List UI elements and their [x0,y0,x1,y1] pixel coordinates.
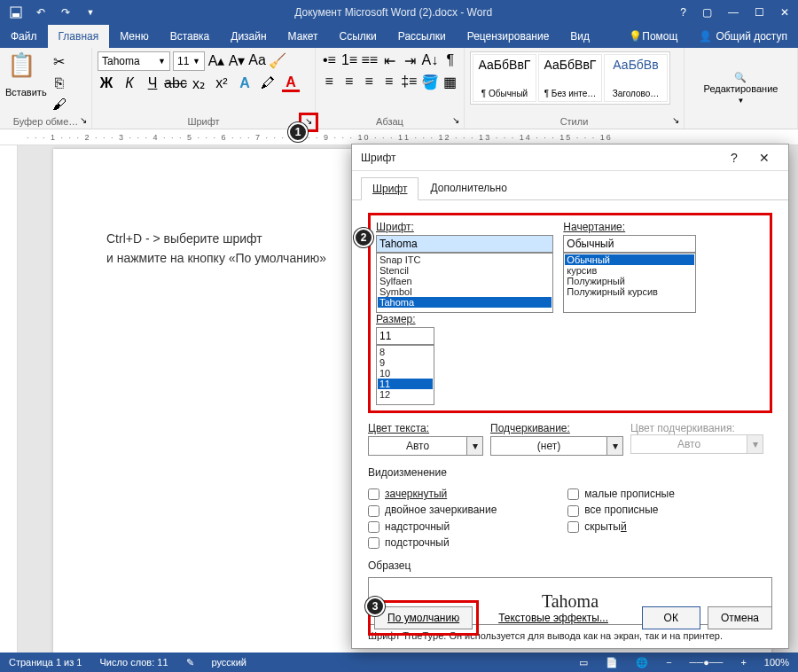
status-words[interactable]: Число слов: 11 [99,657,168,668]
copy-icon[interactable]: ⎘ [51,74,68,92]
size-listbox[interactable]: 8 9 10 11 12 [376,345,434,405]
tab-help[interactable]: 💡 Помощ [618,25,688,48]
tab-design[interactable]: Дизайн [220,25,277,48]
show-marks-icon[interactable]: ¶ [442,51,458,69]
font-size-input[interactable] [376,327,434,345]
underline-icon[interactable]: Ч [144,74,161,92]
view-web-icon[interactable]: 🌐 [636,657,648,668]
chk-subscript[interactable]: подстрочный [368,536,497,549]
font-style-input[interactable] [563,235,696,253]
editing-button[interactable]: 🔍Редактирование▼ [704,72,778,105]
font-size-combo[interactable]: 11▼ [173,51,205,71]
increase-font-icon[interactable]: A▴ [207,51,225,69]
dialog-tab-advanced[interactable]: Дополнительно [419,176,518,199]
font-listbox[interactable]: Snap ITC Stencil Sylfaen Symbol Tahoma [376,253,553,313]
decrease-font-icon[interactable]: A▾ [228,51,246,69]
zoom-out-icon[interactable]: − [666,657,671,668]
chk-all-caps[interactable]: все прописные [567,504,675,516]
tab-menu[interactable]: Меню [109,25,159,48]
line-spacing-icon[interactable]: ‡≡ [401,73,418,90]
italic-icon[interactable]: К [121,74,138,92]
align-right-icon[interactable]: ≡ [361,73,378,90]
zoom-in-icon[interactable]: + [740,657,746,668]
chk-superscript[interactable]: надстрочный [368,520,497,533]
callout-2: 2 [354,228,373,247]
tab-references[interactable]: Ссылки [329,25,387,48]
style-no-spacing[interactable]: АаБбВвГ¶ Без инте… [538,54,602,102]
zoom-slider[interactable]: ──●── [690,657,724,668]
status-page[interactable]: Страница 1 из 1 [9,657,82,668]
highlight-icon[interactable]: 🖍 [259,74,277,92]
multilevel-icon[interactable]: ≡≡ [361,51,378,69]
cancel-button[interactable]: Отмена [708,606,772,629]
chk-hidden[interactable]: скрытый [567,520,675,533]
text-effects-button[interactable]: Текстовые эффекты... [486,606,621,629]
dialog-help-icon[interactable]: ? [719,151,749,165]
tab-file[interactable]: Файл [0,25,48,48]
tab-layout[interactable]: Макет [278,25,329,48]
label-effects: Видоизменение [368,466,772,479]
borders-icon[interactable]: ▦ [442,73,459,90]
ok-button[interactable]: ОК [642,606,700,629]
font-name-input[interactable] [376,235,553,253]
paste-icon[interactable]: 📋 [5,51,37,87]
status-proof-icon[interactable]: ✎ [186,657,194,668]
bold-icon[interactable]: Ж [98,74,115,92]
redo-icon[interactable]: ↷ [59,5,73,20]
view-print-icon[interactable]: 📄 [606,657,618,668]
align-center-icon[interactable]: ≡ [341,73,358,90]
text-effects-icon[interactable]: A [236,74,254,92]
strike-icon[interactable]: abc [167,74,184,92]
underline-combo[interactable]: (нет)▾ [490,436,623,456]
qat-more-icon[interactable]: ▼ [83,5,98,20]
decrease-indent-icon[interactable]: ⇤ [381,51,398,69]
maximize-icon[interactable]: ☐ [755,6,764,19]
sort-icon[interactable]: A↓ [422,51,439,69]
font-color-combo[interactable]: Авто▾ [368,436,483,456]
chk-strikethrough[interactable]: зачеркнутый [368,488,497,500]
increase-indent-icon[interactable]: ⇥ [402,51,419,69]
format-painter-icon[interactable]: 🖌 [51,96,68,113]
minimize-icon[interactable]: — [728,6,739,19]
chk-double-strike[interactable]: двойное зачеркивание [368,504,497,516]
help-icon[interactable]: ? [680,6,686,19]
status-bar: Страница 1 из 1 Число слов: 11 ✎ русский… [0,652,798,672]
close-icon[interactable]: ✕ [780,6,789,19]
status-language[interactable]: русский [212,657,246,668]
share-button[interactable]: 👤 Общий доступ [688,25,798,48]
style-listbox[interactable]: Обычный курсив Полужирный Полужирный кур… [563,253,696,313]
tab-review[interactable]: Рецензирование [457,25,560,48]
save-icon[interactable] [9,5,23,20]
zoom-level[interactable]: 100% [764,657,789,668]
styles-launcher[interactable]: ↘ [669,114,682,127]
style-normal[interactable]: АаБбВвГ¶ Обычный [473,54,536,102]
clipboard-launcher[interactable]: ↘ [77,114,90,127]
set-default-button[interactable]: По умолчанию [374,606,473,629]
change-case-icon[interactable]: Aa [248,51,266,69]
view-read-icon[interactable]: ▭ [579,657,588,668]
font-color-icon[interactable]: A [282,74,300,92]
align-left-icon[interactable]: ≡ [321,73,338,90]
dialog-close-icon[interactable]: ✕ [749,151,779,165]
styles-gallery[interactable]: АаБбВвГ¶ Обычный АаБбВвГ¶ Без инте… АаБб… [470,51,670,105]
superscript-icon[interactable]: x² [213,74,231,92]
dialog-tab-font[interactable]: Шрифт [361,177,419,200]
vertical-ruler[interactable] [0,145,18,652]
chk-small-caps[interactable]: малые прописные [567,488,675,500]
cut-icon[interactable]: ✂ [51,53,68,71]
font-name-combo[interactable]: Tahoma▼ [98,51,170,71]
style-heading1[interactable]: АаБбВвЗаголово… [604,54,668,102]
paragraph-launcher[interactable]: ↘ [450,114,462,127]
tab-mailings[interactable]: Рассылки [387,25,457,48]
numbering-icon[interactable]: 1≡ [341,51,358,69]
subscript-icon[interactable]: x₂ [190,74,207,92]
tab-view[interactable]: Вид [559,25,600,48]
bullets-icon[interactable]: •≡ [321,51,338,69]
clear-format-icon[interactable]: 🧹 [269,51,286,69]
tab-home[interactable]: Главная [48,25,110,48]
ribbon-display-icon[interactable]: ▢ [702,6,712,19]
justify-icon[interactable]: ≡ [381,73,398,90]
undo-icon[interactable]: ↶ [34,5,48,20]
shading-icon[interactable]: 🪣 [421,73,439,90]
tab-insert[interactable]: Вставка [160,25,221,48]
